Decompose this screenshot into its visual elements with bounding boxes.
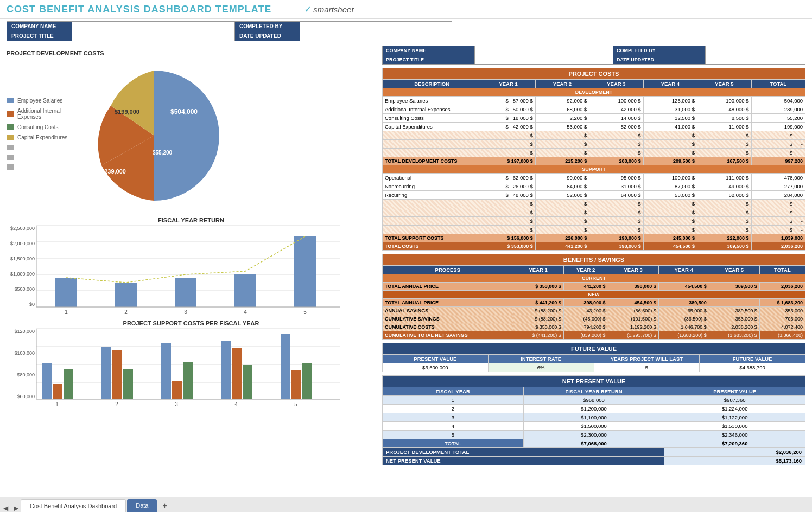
x-label-4: 4 [244, 309, 247, 315]
fv-years-value[interactable]: 5 [594, 363, 700, 372]
empty-row: $$$$$$ - [383, 217, 805, 226]
cell-y3: 100,000 $ [589, 97, 643, 105]
total-support-y3: 190,000 $ [589, 234, 643, 242]
cell-y1: $ 62,000 $ [481, 174, 535, 182]
r-company-value[interactable] [474, 46, 613, 55]
legend-item-capex: Capital Expenditures [7, 135, 67, 140]
cell-y5: 62,000 $ [697, 191, 751, 200]
legend-color-consulting [7, 124, 14, 130]
npv-proj-dev-row: PROJECT DEVELOPMENT TOTAL $2,036,200 [383, 448, 805, 457]
b-new-annual-label: TOTAL ANNUAL PRICE [383, 299, 513, 307]
empty-row: $$$$$$ - [383, 140, 805, 149]
empty-row: $$$$$$ - [383, 226, 805, 234]
tab-add-button[interactable]: + [158, 499, 171, 512]
page-title: COST BENEFIT ANALYSIS DASHBOARD TEMPLATE [7, 4, 271, 15]
col-y5: YEAR 5 [697, 80, 751, 88]
support-y-axis: $120,000 $100,000 $80,000 $60,000 [7, 329, 36, 399]
tab-data[interactable]: Data [127, 499, 157, 512]
b-col-y3: YEAR 3 [608, 266, 658, 274]
legend-extra1 [7, 145, 67, 150]
total-dev-y1: $ 197,000 $ [481, 157, 535, 165]
total-costs-y1: $ 353,000 $ [481, 242, 535, 251]
x-label-2: 2 [124, 309, 128, 315]
left-panel: PROJECT DEVELOPMENT COSTS Employee Salar… [7, 46, 376, 496]
date-updated-value[interactable] [300, 31, 452, 41]
b-col-process: PROCESS [383, 266, 513, 274]
bar-year3 [175, 278, 196, 307]
tab-data-label: Data [136, 502, 148, 509]
fiscal-bar-chart: $2,500,000 $2,000,000 $1,500,000 $1,000,… [7, 226, 376, 318]
benefits-new-row: TOTAL ANNUAL PRICE $ 441,200 $ 398,000 $… [383, 299, 805, 307]
total-costs-total: 2,036,200 [751, 242, 805, 251]
sy4-rec [243, 365, 252, 399]
legend-item-salaries: Employee Salaries [7, 98, 67, 104]
legend-color-extra1 [7, 145, 14, 150]
table-row: Nonrecurring $ 26,000 $ 84,000 $ 31,000 … [383, 182, 805, 191]
npv-total-return: $7,068,000 [523, 439, 664, 448]
npv-row-4: 4 $1,500,000 $1,530,000 [383, 422, 805, 431]
cell-y2: 52,000 $ [535, 191, 589, 200]
sy2-op [101, 347, 111, 399]
empty-row: $$$$$$ - [383, 208, 805, 217]
cumulative-net-savings-label: CUMULATIVE TOTAL NET SAVINGS [383, 331, 513, 340]
r-completed-value[interactable] [705, 46, 805, 55]
r-project-value[interactable] [474, 55, 613, 65]
r-date-value[interactable] [705, 55, 805, 65]
cell-y2: 68,000 $ [535, 105, 589, 114]
annual-savings-label: ANNUAL SAVINGS [383, 307, 513, 315]
sy5-op [281, 334, 290, 399]
total-dev-row: TOTAL DEVELOPMENT COSTS $ 197,000 $ 215,… [383, 157, 805, 165]
total-dev-y4: 209,500 $ [643, 157, 697, 165]
cell-y4: 12,500 $ [643, 114, 697, 123]
cell-desc: Recurring [383, 191, 481, 200]
npv-total-label: TOTAL [383, 439, 524, 448]
sx-label-1: 1 [55, 401, 59, 407]
legend-label-expenses: Additional InternalExpenses [17, 108, 61, 120]
total-support-total: 1,039,000 [751, 234, 805, 242]
y-axis: $2,500,000 $2,000,000 $1,500,000 $1,000,… [7, 226, 36, 307]
fv-present-value[interactable]: $3,500,000 [383, 363, 489, 372]
sy3-op [161, 343, 171, 399]
x-label-5: 5 [303, 309, 307, 315]
table-row: Consulting Costs $ 18,000 $ 2,200 $ 14,0… [383, 114, 805, 123]
npv-pv-5: $2,346,000 [664, 431, 805, 439]
project-title-value[interactable] [72, 31, 235, 41]
legend-extra2 [7, 155, 67, 160]
r-date-label: DATE UPDATED [613, 55, 705, 65]
cell-y5: 111,000 $ [697, 174, 751, 182]
info-bar-section: COMPANY NAME COMPLETED BY PROJECT TITLE … [0, 19, 812, 43]
sy2-nrec [112, 350, 122, 399]
company-name-value[interactable] [72, 22, 235, 31]
pie-label-199: $199,000 [115, 108, 139, 115]
completed-by-value[interactable] [300, 22, 452, 31]
info-table: COMPANY NAME COMPLETED BY PROJECT TITLE … [7, 21, 452, 41]
npv-row-1: 1 $968,000 $987,360 [383, 396, 805, 405]
b-col-y4: YEAR 4 [658, 266, 709, 274]
npv-final-value: $5,173,160 [664, 457, 805, 465]
cell-y4: 87,000 $ [643, 182, 697, 191]
cell-y1: $ 87,000 $ [481, 97, 535, 105]
tab-arrow-left[interactable]: ◀ [0, 504, 11, 512]
npv-year-4: 4 [383, 422, 524, 431]
logo-text: smartsheet [313, 5, 353, 14]
pie-legend: Employee Salaries Additional InternalExp… [7, 98, 67, 174]
sy5-rec [302, 363, 312, 399]
fiscal-chart-svg: 1 2 3 4 5 [36, 226, 340, 312]
cumulative-costs-label: CUMULATIVE COSTS [383, 323, 513, 331]
cell-desc: Employee Salaries [383, 97, 481, 105]
npv-final-label: NET PRESENT VALUE [383, 457, 664, 465]
cell-y2: 84,000 $ [535, 182, 589, 191]
npv-table: NET PRESENT VALUE FISCAL YEAR FISCAL YEA… [382, 375, 805, 465]
total-dev-label: TOTAL DEVELOPMENT COSTS [383, 157, 481, 165]
sy-label-2: $100,000 [14, 350, 35, 356]
tab-arrow-right[interactable]: ▶ [11, 504, 21, 512]
sx-label-5: 5 [294, 401, 297, 407]
cell-total: 504,000 [751, 97, 805, 105]
cell-y4: 100,000 $ [643, 174, 697, 182]
r-completed-label: COMPLETED BY [613, 46, 705, 55]
legend-extra3 [7, 164, 67, 170]
fv-interest-rate[interactable]: 6% [488, 363, 594, 372]
table-row: Recurring $ 48,000 $ 52,000 $ 64,000 $ 5… [383, 191, 805, 200]
tab-cost-benefit[interactable]: Cost Benefit Analysis Dashboard [21, 499, 126, 512]
cell-y1: $ 42,000 $ [481, 123, 535, 131]
